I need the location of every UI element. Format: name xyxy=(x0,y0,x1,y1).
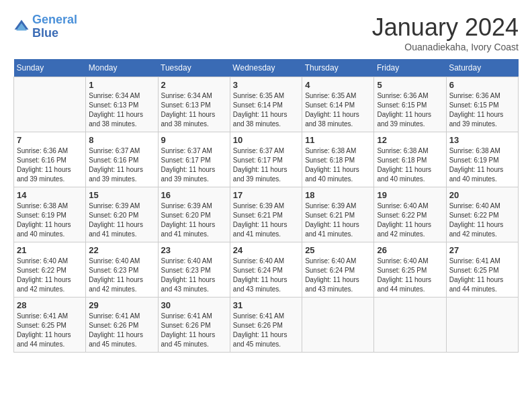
calendar-week-4: 21Sunrise: 6:40 AMSunset: 6:22 PMDayligh… xyxy=(14,242,519,298)
calendar-cell: 21Sunrise: 6:40 AMSunset: 6:22 PMDayligh… xyxy=(14,242,86,298)
day-number: 5 xyxy=(377,80,443,90)
day-number: 8 xyxy=(89,135,154,145)
day-info: Sunrise: 6:39 AMSunset: 6:21 PMDaylight:… xyxy=(305,201,371,239)
calendar-cell: 30Sunrise: 6:41 AMSunset: 6:26 PMDayligh… xyxy=(158,298,230,353)
day-info: Sunrise: 6:37 AMSunset: 6:17 PMDaylight:… xyxy=(233,146,299,184)
day-number: 29 xyxy=(89,300,154,310)
calendar-cell: 13Sunrise: 6:38 AMSunset: 6:19 PMDayligh… xyxy=(446,132,518,187)
calendar-cell: 11Sunrise: 6:38 AMSunset: 6:18 PMDayligh… xyxy=(302,132,374,187)
calendar-cell xyxy=(302,298,374,353)
day-number: 14 xyxy=(17,190,83,200)
day-number: 27 xyxy=(449,245,515,255)
day-info: Sunrise: 6:40 AMSunset: 6:24 PMDaylight:… xyxy=(305,257,371,294)
calendar-cell: 14Sunrise: 6:38 AMSunset: 6:19 PMDayligh… xyxy=(14,187,86,242)
calendar-cell: 29Sunrise: 6:41 AMSunset: 6:26 PMDayligh… xyxy=(86,298,158,353)
day-info: Sunrise: 6:36 AMSunset: 6:16 PMDaylight:… xyxy=(17,146,83,184)
page-header: General Blue January 2024 Ouanadiekaha, … xyxy=(13,13,519,52)
calendar-cell: 9Sunrise: 6:37 AMSunset: 6:17 PMDaylight… xyxy=(158,132,230,187)
calendar-week-2: 7Sunrise: 6:36 AMSunset: 6:16 PMDaylight… xyxy=(14,132,519,187)
calendar-cell: 17Sunrise: 6:39 AMSunset: 6:21 PMDayligh… xyxy=(230,187,302,242)
calendar-cell: 27Sunrise: 6:41 AMSunset: 6:25 PMDayligh… xyxy=(446,242,518,298)
calendar-cell: 26Sunrise: 6:40 AMSunset: 6:25 PMDayligh… xyxy=(374,242,446,298)
calendar-week-5: 28Sunrise: 6:41 AMSunset: 6:25 PMDayligh… xyxy=(14,298,519,353)
calendar-cell: 4Sunrise: 6:35 AMSunset: 6:14 PMDaylight… xyxy=(302,77,374,132)
day-info: Sunrise: 6:38 AMSunset: 6:18 PMDaylight:… xyxy=(305,146,371,184)
day-number: 13 xyxy=(449,135,515,145)
day-number: 21 xyxy=(17,245,83,255)
day-info: Sunrise: 6:41 AMSunset: 6:25 PMDaylight:… xyxy=(449,257,515,294)
calendar-cell: 25Sunrise: 6:40 AMSunset: 6:24 PMDayligh… xyxy=(302,242,374,298)
day-info: Sunrise: 6:36 AMSunset: 6:15 PMDaylight:… xyxy=(449,91,515,129)
day-number: 18 xyxy=(305,190,371,200)
day-info: Sunrise: 6:40 AMSunset: 6:23 PMDaylight:… xyxy=(161,257,227,294)
calendar-cell xyxy=(446,298,518,353)
calendar-cell xyxy=(14,77,86,132)
day-info: Sunrise: 6:38 AMSunset: 6:19 PMDaylight:… xyxy=(17,201,83,239)
calendar-cell: 6Sunrise: 6:36 AMSunset: 6:15 PMDaylight… xyxy=(446,77,518,132)
day-number: 7 xyxy=(17,135,83,145)
day-info: Sunrise: 6:40 AMSunset: 6:22 PMDaylight:… xyxy=(449,201,515,239)
day-number: 30 xyxy=(161,300,227,310)
calendar-table: SundayMondayTuesdayWednesdayThursdayFrid… xyxy=(13,59,519,353)
day-number: 17 xyxy=(233,190,299,200)
calendar-cell: 23Sunrise: 6:40 AMSunset: 6:23 PMDayligh… xyxy=(158,242,230,298)
day-number: 31 xyxy=(233,300,299,310)
day-number: 2 xyxy=(161,80,227,90)
calendar-cell: 1Sunrise: 6:34 AMSunset: 6:13 PMDaylight… xyxy=(86,77,158,132)
day-number: 4 xyxy=(305,80,371,90)
day-header-saturday: Saturday xyxy=(446,59,518,77)
location-subtitle: Ouanadiekaha, Ivory Coast xyxy=(372,42,519,52)
day-header-thursday: Thursday xyxy=(302,59,374,77)
day-info: Sunrise: 6:35 AMSunset: 6:14 PMDaylight:… xyxy=(305,91,371,129)
day-header-monday: Monday xyxy=(86,59,158,77)
calendar-cell: 31Sunrise: 6:41 AMSunset: 6:26 PMDayligh… xyxy=(230,298,302,353)
calendar-cell: 3Sunrise: 6:35 AMSunset: 6:14 PMDaylight… xyxy=(230,77,302,132)
calendar-cell: 8Sunrise: 6:37 AMSunset: 6:16 PMDaylight… xyxy=(86,132,158,187)
day-header-friday: Friday xyxy=(374,59,446,77)
calendar-cell: 16Sunrise: 6:39 AMSunset: 6:20 PMDayligh… xyxy=(158,187,230,242)
calendar-cell: 19Sunrise: 6:40 AMSunset: 6:22 PMDayligh… xyxy=(374,187,446,242)
day-number: 3 xyxy=(233,80,299,90)
day-info: Sunrise: 6:41 AMSunset: 6:25 PMDaylight:… xyxy=(17,312,83,349)
day-info: Sunrise: 6:37 AMSunset: 6:16 PMDaylight:… xyxy=(89,146,154,184)
day-number: 15 xyxy=(89,190,154,200)
day-number: 28 xyxy=(17,300,83,310)
day-number: 16 xyxy=(161,190,227,200)
day-info: Sunrise: 6:39 AMSunset: 6:21 PMDaylight:… xyxy=(233,201,299,239)
day-header-wednesday: Wednesday xyxy=(230,59,302,77)
day-info: Sunrise: 6:40 AMSunset: 6:22 PMDaylight:… xyxy=(17,257,83,294)
day-info: Sunrise: 6:41 AMSunset: 6:26 PMDaylight:… xyxy=(233,312,299,349)
day-number: 12 xyxy=(377,135,443,145)
day-info: Sunrise: 6:41 AMSunset: 6:26 PMDaylight:… xyxy=(161,312,227,349)
calendar-cell: 18Sunrise: 6:39 AMSunset: 6:21 PMDayligh… xyxy=(302,187,374,242)
day-number: 19 xyxy=(377,190,443,200)
day-number: 20 xyxy=(449,190,515,200)
day-number: 26 xyxy=(377,245,443,255)
day-info: Sunrise: 6:40 AMSunset: 6:25 PMDaylight:… xyxy=(377,257,443,294)
day-header-tuesday: Tuesday xyxy=(158,59,230,77)
calendar-cell: 5Sunrise: 6:36 AMSunset: 6:15 PMDaylight… xyxy=(374,77,446,132)
day-info: Sunrise: 6:41 AMSunset: 6:26 PMDaylight:… xyxy=(89,312,154,349)
day-info: Sunrise: 6:39 AMSunset: 6:20 PMDaylight:… xyxy=(161,201,227,239)
logo: General Blue xyxy=(13,13,77,40)
day-info: Sunrise: 6:40 AMSunset: 6:24 PMDaylight:… xyxy=(233,257,299,294)
day-number: 6 xyxy=(449,80,515,90)
calendar-cell: 15Sunrise: 6:39 AMSunset: 6:20 PMDayligh… xyxy=(86,187,158,242)
day-info: Sunrise: 6:40 AMSunset: 6:23 PMDaylight:… xyxy=(89,257,154,294)
calendar-cell: 10Sunrise: 6:37 AMSunset: 6:17 PMDayligh… xyxy=(230,132,302,187)
logo-text: General Blue xyxy=(32,13,77,40)
day-number: 9 xyxy=(161,135,227,145)
calendar-cell: 2Sunrise: 6:34 AMSunset: 6:13 PMDaylight… xyxy=(158,77,230,132)
day-number: 11 xyxy=(305,135,371,145)
day-info: Sunrise: 6:35 AMSunset: 6:14 PMDaylight:… xyxy=(233,91,299,129)
day-number: 24 xyxy=(233,245,299,255)
day-info: Sunrise: 6:38 AMSunset: 6:19 PMDaylight:… xyxy=(449,146,515,184)
day-number: 23 xyxy=(161,245,227,255)
month-title: January 2024 xyxy=(372,13,519,42)
day-info: Sunrise: 6:36 AMSunset: 6:15 PMDaylight:… xyxy=(377,91,443,129)
day-header-sunday: Sunday xyxy=(14,59,86,77)
calendar-cell: 20Sunrise: 6:40 AMSunset: 6:22 PMDayligh… xyxy=(446,187,518,242)
day-info: Sunrise: 6:38 AMSunset: 6:18 PMDaylight:… xyxy=(377,146,443,184)
day-info: Sunrise: 6:34 AMSunset: 6:13 PMDaylight:… xyxy=(89,91,154,129)
logo-icon xyxy=(13,19,30,35)
